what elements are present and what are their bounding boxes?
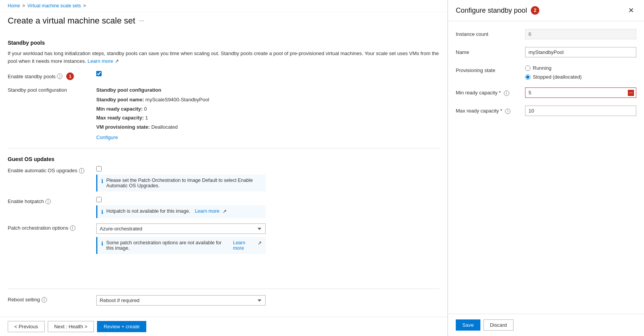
patch-label: Patch orchestration options i: [8, 223, 96, 231]
info-icon-3: ℹ: [101, 240, 103, 247]
provisioning-row: Provisioning state Running Stopped (deal…: [456, 65, 636, 80]
info-icon-2: ℹ: [101, 209, 103, 215]
patch-select[interactable]: Azure-orchestrated Manual AutomaticByOS …: [96, 223, 266, 234]
hotpatch-control: ℹ Hotpatch is not available for this ima…: [96, 197, 440, 218]
provisioning-label: Provisioning state: [456, 65, 525, 73]
auto-upgrade-checkbox[interactable]: [96, 166, 102, 171]
min-capacity-input[interactable]: [525, 87, 636, 98]
name-control: [525, 47, 636, 57]
reboot-label: Reboot setting i: [8, 295, 96, 302]
enable-standby-info-icon[interactable]: i: [57, 74, 62, 79]
auto-upgrade-checkbox-wrap: [96, 166, 440, 171]
reboot-row: Reboot setting i Reboot if required Neve…: [8, 295, 440, 306]
standby-pools-title: Standby pools: [8, 40, 440, 46]
breadcrumb-sep2: >: [83, 3, 86, 8]
name-row: Name: [456, 47, 636, 57]
save-button[interactable]: Save: [456, 319, 480, 331]
review-create-button[interactable]: Review + create: [97, 321, 146, 332]
auto-upgrade-banner: ℹ Please set the Patch Orchestration to …: [96, 175, 266, 192]
auto-upgrade-control: ℹ Please set the Patch Orchestration to …: [96, 166, 440, 192]
panel-badge: 2: [531, 6, 539, 15]
radio-running[interactable]: Running: [525, 65, 636, 71]
reboot-info-icon[interactable]: i: [42, 297, 47, 302]
discard-button[interactable]: Discard: [483, 319, 514, 331]
patch-row: Patch orchestration options i Azure-orch…: [8, 223, 440, 254]
learn-more-standby-link[interactable]: Learn more: [87, 58, 113, 64]
standby-config-box: Standby pool configuration Standby pool …: [96, 86, 440, 142]
page-header: Create a virtual machine scale set ···: [0, 12, 447, 32]
instance-count-label: Instance count: [456, 29, 525, 37]
config-box-title: Standby pool configuration: [96, 86, 440, 94]
section-divider-1: [8, 148, 440, 148]
panel-title: Configure standby pool: [456, 7, 527, 15]
radio-stopped-input[interactable]: [525, 74, 530, 80]
max-capacity-info-icon[interactable]: i: [505, 109, 510, 114]
main-content: Home > Virtual machine scale sets > Crea…: [0, 0, 448, 336]
auto-upgrade-row: Enable automatic OS upgrades i ℹ Please …: [8, 166, 440, 192]
hotpatch-checkbox[interactable]: [96, 197, 102, 202]
panel-footer: Save Discard: [448, 314, 644, 336]
patch-control: Azure-orchestrated Manual AutomaticByOS …: [96, 223, 440, 254]
auto-upgrade-info-icon[interactable]: i: [79, 168, 84, 173]
min-capacity-error-icon: ···: [628, 90, 634, 96]
max-capacity-label: Max ready capacity * i: [456, 106, 525, 114]
instance-count-row: Instance count: [456, 29, 636, 39]
breadcrumb-home[interactable]: Home: [8, 3, 20, 8]
panel-close-button[interactable]: ✕: [626, 5, 636, 15]
panel-body: Instance count Name Provisioning state R…: [448, 21, 644, 314]
hotpatch-learn-more-link[interactable]: Learn more: [195, 208, 219, 214]
standby-pools-description: If your workload has long initialization…: [8, 50, 440, 65]
max-capacity-control: [525, 106, 636, 116]
name-input[interactable]: [525, 47, 636, 57]
instance-count-input: [525, 29, 636, 39]
provisioning-control: Running Stopped (deallocated): [525, 65, 636, 80]
footer-bar: < Previous Next : Health > Review + crea…: [0, 317, 447, 336]
min-capacity-input-wrap: ···: [525, 87, 636, 98]
ellipsis-icon[interactable]: ···: [139, 17, 144, 24]
config-vm-state: VM provisioning state: Deallocated: [96, 123, 440, 131]
min-capacity-control: ···: [525, 87, 636, 98]
reboot-control: Reboot if required Never reboot Always r…: [96, 295, 440, 306]
breadcrumb-sep1: >: [22, 3, 25, 8]
radio-running-label: Running: [533, 65, 551, 71]
info-icon-1: ℹ: [101, 178, 103, 184]
radio-running-input[interactable]: [525, 66, 530, 71]
hotpatch-info-icon[interactable]: i: [45, 199, 51, 204]
panel-header: Configure standby pool 2 ✕: [448, 0, 644, 21]
config-pool-name: Standby pool name: myScaleS9400-StandbyP…: [96, 95, 440, 104]
min-capacity-info-icon[interactable]: i: [504, 91, 509, 96]
side-panel: Configure standby pool 2 ✕ Instance coun…: [448, 0, 644, 336]
section-divider-2: [8, 289, 440, 289]
breadcrumb-vmss[interactable]: Virtual machine scale sets: [27, 3, 81, 8]
hotpatch-banner: ℹ Hotpatch is not available for this ima…: [96, 205, 266, 218]
name-label: Name: [456, 47, 525, 55]
standby-config-label: Standby pool configuration: [8, 86, 96, 93]
patch-banner: ℹ Some patch orchestration options are n…: [96, 237, 266, 254]
hotpatch-row: Enable hotpatch i ℹ Hotpatch is not avai…: [8, 197, 440, 218]
panel-title-wrap: Configure standby pool 2: [456, 6, 539, 15]
min-capacity-row: Min ready capacity * i ···: [456, 87, 636, 98]
config-max-capacity: Max ready capacity: 1: [96, 113, 440, 122]
patch-info-icon[interactable]: i: [70, 225, 75, 231]
breadcrumb: Home > Virtual machine scale sets >: [0, 0, 447, 12]
max-capacity-row: Max ready capacity * i: [456, 106, 636, 116]
enable-standby-row: Enable standby pools i 1: [8, 71, 440, 80]
configure-link[interactable]: Configure: [96, 134, 118, 140]
enable-standby-label: Enable standby pools i 1: [8, 71, 96, 80]
auto-upgrade-label: Enable automatic OS upgrades i: [8, 166, 96, 173]
guest-os-title: Guest OS updates: [8, 156, 440, 162]
enable-standby-checkbox[interactable]: [96, 71, 102, 76]
form-area: Standby pools If your workload has long …: [0, 32, 447, 317]
next-button[interactable]: Next : Health >: [48, 321, 94, 332]
radio-stopped[interactable]: Stopped (deallocated): [525, 74, 636, 80]
max-capacity-input[interactable]: [525, 106, 636, 116]
instance-count-control: [525, 29, 636, 39]
config-min-capacity: Min ready capacity: 0: [96, 104, 440, 113]
hotpatch-checkbox-wrap: [96, 197, 440, 202]
reboot-select[interactable]: Reboot if required Never reboot Always r…: [96, 295, 266, 306]
enable-standby-badge: 1: [66, 72, 74, 80]
previous-button[interactable]: < Previous: [8, 321, 45, 332]
min-capacity-label: Min ready capacity * i: [456, 87, 525, 96]
patch-learn-more-link[interactable]: Learn more: [233, 240, 254, 251]
enable-standby-control: [96, 71, 440, 76]
